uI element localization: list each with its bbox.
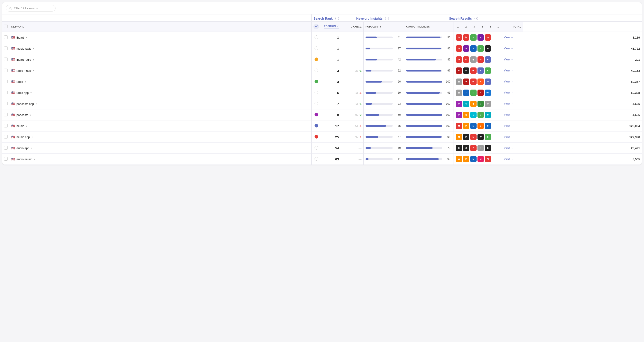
app-icon-2[interactable]: iF (463, 34, 469, 40)
row-checkbox[interactable] (4, 124, 8, 128)
app-icon-5[interactable]: M (485, 34, 491, 40)
keyword-dropdown-icon[interactable]: ▾ (34, 158, 35, 160)
app-icon-1[interactable]: R (456, 68, 462, 74)
view-link-cell[interactable]: View → (502, 76, 523, 87)
keyword-dropdown-icon[interactable]: ▾ (26, 125, 27, 127)
app-icon-3[interactable]: R (470, 145, 476, 151)
app-icon-4[interactable]: S (478, 123, 484, 129)
search-rank-info-icon[interactable]: i (335, 17, 339, 20)
view-link-cell[interactable]: View → (502, 154, 523, 165)
app-icon-3[interactable]: iH (470, 68, 476, 74)
position-chart-icon[interactable] (314, 24, 319, 29)
position-col-header[interactable]: POSITION (321, 22, 341, 32)
app-icon-5[interactable]: S (485, 134, 491, 140)
app-icon-5[interactable]: ⊕ (485, 100, 491, 107)
app-icon-1[interactable]: ◉ (456, 78, 462, 85)
keyword-dropdown-icon[interactable]: ▾ (25, 80, 26, 83)
row-checkbox[interactable] (4, 102, 8, 105)
app-icon-4[interactable]: G (478, 100, 484, 107)
keyword-dropdown-icon[interactable]: ▾ (26, 36, 27, 39)
app-icon-1[interactable]: M (456, 134, 462, 140)
view-link-cell[interactable]: View → (502, 120, 523, 132)
app-icon-1[interactable]: B (456, 145, 462, 151)
app-icon-4[interactable]: W (478, 134, 484, 140)
row-checkbox[interactable] (4, 80, 8, 83)
app-icon-5[interactable]: R (485, 56, 491, 63)
keyword-dropdown-icon[interactable]: ▾ (36, 103, 37, 105)
app-icon-5[interactable]: B (485, 145, 491, 151)
app-icon-3[interactable]: M (470, 123, 476, 129)
app-icon-2[interactable]: C (463, 100, 469, 107)
row-checkbox[interactable] (4, 46, 8, 50)
app-icon-2[interactable]: P (463, 45, 469, 52)
app-icon-1[interactable]: iH (456, 45, 462, 52)
app-icon-4[interactable]: P (478, 34, 484, 40)
filter-input-wrap[interactable] (6, 5, 56, 12)
keyword-dropdown-icon[interactable]: ▾ (33, 58, 34, 61)
app-icon-2[interactable]: M (463, 134, 469, 140)
app-icon-3[interactable]: C (470, 112, 476, 118)
row-checkbox[interactable] (4, 68, 8, 72)
app-icon-4[interactable]: R (478, 90, 484, 96)
app-icon-3[interactable]: ◉ (470, 100, 476, 107)
view-link-cell[interactable]: View → (502, 132, 523, 142)
view-link-cell[interactable]: View → (502, 54, 523, 65)
app-icon-1[interactable]: P (456, 100, 462, 107)
app-icon-4[interactable]: ▲ (478, 78, 484, 85)
app-icon-2[interactable]: R (463, 78, 469, 85)
app-icon-5[interactable]: S (485, 123, 491, 129)
app-icon-2[interactable]: M (463, 123, 469, 129)
app-icon-2[interactable]: M (463, 156, 469, 162)
app-icon-5[interactable]: RS (485, 90, 491, 96)
keyword-dropdown-icon[interactable]: ▾ (30, 92, 32, 94)
filter-input[interactable] (14, 6, 52, 10)
keyword-dropdown-icon[interactable]: ▾ (30, 114, 31, 116)
select-all-checkbox[interactable] (4, 24, 8, 28)
keyword-dropdown-icon[interactable]: ▾ (33, 47, 34, 50)
view-link-cell[interactable]: View → (502, 87, 523, 98)
app-icon-3[interactable]: S (470, 34, 476, 40)
app-icon-4[interactable]: S (478, 45, 484, 52)
view-link-cell[interactable]: View → (502, 65, 523, 76)
app-icon-3[interactable]: iH (470, 78, 476, 85)
search-results-info-icon[interactable]: i (474, 17, 478, 20)
keyword-dropdown-icon[interactable]: ▾ (32, 136, 33, 138)
app-icon-5[interactable]: S (485, 68, 491, 74)
row-checkbox[interactable] (4, 58, 8, 61)
keyword-dropdown-icon[interactable]: ▾ (31, 147, 32, 149)
app-icon-4[interactable]: M (478, 156, 484, 162)
keyword-insights-info-icon[interactable]: i (385, 17, 389, 20)
app-icon-5[interactable]: M (485, 156, 491, 162)
row-checkbox[interactable] (4, 113, 8, 116)
app-icon-1[interactable]: P (456, 112, 462, 118)
app-icon-4[interactable]: S (478, 112, 484, 118)
app-icon-1[interactable]: iH (456, 34, 462, 40)
app-icon-1[interactable]: ◉ (456, 90, 462, 96)
row-checkbox[interactable] (4, 146, 8, 150)
app-icon-2[interactable]: ◉ (463, 145, 469, 151)
app-icon-1[interactable]: W (456, 156, 462, 162)
view-link-cell[interactable]: View → (502, 32, 523, 43)
app-icon-2[interactable]: ◉ (463, 112, 469, 118)
keyword-dropdown-icon[interactable]: ▾ (33, 70, 34, 72)
view-link-cell[interactable]: View → (502, 110, 523, 120)
app-icon-5[interactable]: ⊕ (485, 78, 491, 85)
app-icon-3[interactable]: M (470, 156, 476, 162)
app-icon-5[interactable]: H (485, 45, 491, 52)
app-icon-4[interactable]: ≈ (478, 145, 484, 151)
row-checkbox[interactable] (4, 135, 8, 138)
row-checkbox[interactable] (4, 36, 8, 39)
app-icon-2[interactable]: T (463, 90, 469, 96)
view-link-cell[interactable]: View → (502, 43, 523, 54)
app-icon-4[interactable]: ⊕ (478, 68, 484, 74)
app-icon-3[interactable]: M (470, 134, 476, 140)
app-icon-3[interactable]: T (470, 45, 476, 52)
app-icon-5[interactable]: C (485, 112, 491, 118)
app-icon-1[interactable]: iH (456, 56, 462, 63)
view-link-cell[interactable]: View → (502, 142, 523, 154)
app-icon-3[interactable]: G (470, 90, 476, 96)
app-icon-2[interactable]: M (463, 68, 469, 74)
app-icon-2[interactable]: iF (463, 56, 469, 63)
row-checkbox[interactable] (4, 157, 8, 160)
app-icon-4[interactable]: M (478, 56, 484, 63)
